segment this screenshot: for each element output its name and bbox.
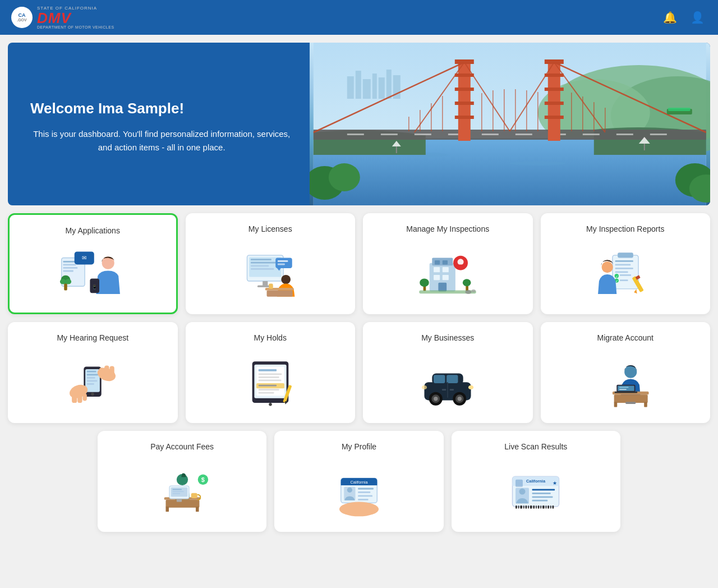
card-illustration-live-scan-results: California [461, 459, 611, 523]
svg-rect-35 [545, 88, 564, 91]
svg-rect-213 [358, 499, 368, 500]
header-icons: 🔔 👤 [661, 8, 707, 26]
card-pay-account-fees[interactable]: Pay Account Fees [98, 431, 266, 532]
svg-rect-161 [259, 392, 274, 394]
svg-rect-123 [615, 271, 628, 273]
notification-button[interactable]: 🔔 [661, 8, 679, 26]
svg-point-95 [281, 275, 291, 284]
svg-rect-156 [259, 376, 279, 378]
svg-text:★: ★ [553, 480, 557, 486]
svg-rect-6 [386, 70, 392, 99]
card-grid-row1: My Applications ✉ 📱 [8, 213, 710, 314]
card-my-licenses[interactable]: My Licenses [186, 213, 356, 314]
svg-rect-103 [434, 267, 440, 272]
svg-rect-32 [548, 59, 560, 141]
svg-rect-210 [358, 488, 374, 489]
svg-rect-105 [434, 275, 440, 280]
card-illustration-my-inspection-reports: ✓ ✓ [550, 241, 702, 305]
hero-image [310, 43, 710, 205]
header: CA .GOV STATE OF CALIFORNIA DMV DEPARTME… [0, 0, 718, 35]
svg-rect-235 [526, 506, 527, 509]
svg-rect-228 [532, 493, 551, 494]
svg-rect-129 [620, 279, 628, 281]
svg-rect-232 [518, 506, 519, 509]
svg-rect-244 [548, 506, 550, 509]
svg-rect-91 [275, 258, 292, 268]
card-title-my-inspection-reports: My Inspection Reports [586, 224, 664, 233]
svg-point-174 [468, 385, 473, 389]
svg-rect-197 [172, 489, 182, 490]
card-illustration-migrate-account [550, 350, 702, 414]
card-illustration-my-licenses [195, 241, 347, 305]
card-title-migrate-account: Migrate Account [597, 333, 653, 342]
svg-rect-2 [356, 71, 361, 99]
svg-rect-231 [516, 506, 517, 509]
svg-point-170 [434, 397, 438, 401]
card-illustration-pay-account-fees: $ [107, 459, 257, 523]
hero-title: Welcome Ima Sample! [30, 100, 293, 117]
svg-rect-34 [545, 74, 564, 77]
card-illustration-my-holds [195, 350, 347, 414]
card-my-hearing-request[interactable]: My Hearing Request [8, 322, 178, 423]
card-title-my-holds: My Holds [254, 333, 287, 342]
dmv-logo: STATE OF CALIFORNIA DMV DEPARTMENT OF MO… [37, 6, 114, 29]
card-title-my-hearing-request: My Hearing Request [57, 333, 128, 342]
svg-rect-194 [196, 507, 199, 512]
svg-rect-166 [434, 375, 445, 383]
svg-rect-243 [546, 506, 547, 509]
svg-rect-61 [644, 144, 645, 150]
svg-rect-101 [435, 260, 440, 264]
card-title-my-profile: My Profile [342, 442, 376, 451]
svg-point-112 [420, 278, 429, 287]
svg-rect-121 [615, 264, 630, 265]
svg-rect-98 [269, 283, 273, 288]
svg-text:$: $ [201, 476, 204, 483]
svg-rect-219 [367, 506, 372, 512]
svg-rect-201 [191, 493, 197, 498]
svg-rect-59 [396, 146, 397, 153]
svg-rect-145 [83, 393, 87, 401]
svg-rect-138 [87, 374, 98, 375]
svg-rect-31 [455, 116, 474, 119]
svg-rect-23 [583, 134, 600, 135]
svg-text:✓: ✓ [615, 274, 618, 278]
svg-rect-189 [625, 402, 636, 404]
svg-rect-37 [545, 116, 564, 119]
svg-rect-143 [72, 393, 77, 403]
card-illustration-my-applications: ✉ 📱 [19, 243, 167, 304]
svg-rect-107 [439, 283, 447, 292]
card-my-holds[interactable]: My Holds [186, 322, 356, 423]
svg-rect-154 [259, 369, 277, 371]
svg-rect-217 [355, 504, 360, 512]
card-my-businesses[interactable]: My Businesses [363, 322, 533, 423]
dmv-sub-label: DEPARTMENT OF MOTOR VEHICLES [37, 25, 114, 29]
svg-rect-229 [532, 496, 553, 498]
svg-point-114 [463, 279, 471, 286]
svg-rect-192 [165, 500, 199, 508]
svg-point-82 [65, 279, 71, 284]
svg-rect-97 [266, 290, 292, 296]
svg-point-175 [422, 385, 427, 389]
svg-rect-28 [455, 74, 474, 77]
card-migrate-account[interactable]: Migrate Account [541, 322, 711, 423]
svg-rect-159 [259, 385, 277, 387]
svg-rect-238 [533, 506, 535, 509]
card-my-profile[interactable]: My Profile California [274, 431, 443, 532]
svg-rect-141 [87, 383, 94, 385]
svg-rect-104 [443, 267, 449, 272]
card-title-manage-my-inspections: Manage My Inspections [406, 224, 489, 233]
svg-rect-236 [528, 506, 529, 509]
svg-rect-29 [455, 88, 474, 91]
card-my-inspection-reports[interactable]: My Inspection Reports ✓ ✓ [541, 213, 711, 314]
svg-rect-198 [172, 491, 183, 492]
card-manage-my-inspections[interactable]: Manage My Inspections [363, 213, 533, 314]
svg-point-136 [91, 392, 94, 396]
card-live-scan-results[interactable]: Live Scan Results California [452, 431, 620, 532]
svg-rect-227 [532, 489, 555, 490]
svg-rect-72 [63, 267, 78, 269]
svg-rect-25 [650, 134, 667, 135]
svg-rect-139 [87, 377, 95, 379]
svg-rect-177 [442, 389, 446, 391]
card-my-applications[interactable]: My Applications ✉ 📱 [8, 213, 178, 314]
user-button[interactable]: 👤 [688, 8, 707, 26]
